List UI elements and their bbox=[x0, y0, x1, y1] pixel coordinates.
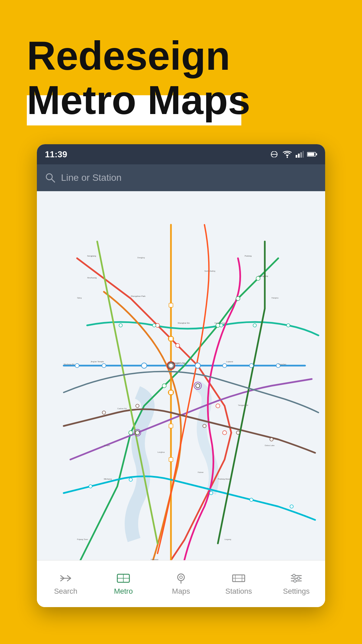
bottom-nav: Search Metro Maps bbox=[37, 560, 325, 607]
svg-text:Longhua: Longhua bbox=[158, 451, 165, 453]
svg-point-100 bbox=[293, 574, 295, 577]
svg-text:Hangtou: Hangtou bbox=[272, 297, 279, 299]
svg-point-32 bbox=[162, 384, 166, 388]
svg-point-20 bbox=[223, 364, 227, 368]
svg-point-66 bbox=[290, 505, 293, 508]
svg-text:Xinqiao: Xinqiao bbox=[104, 444, 110, 446]
svg-point-91 bbox=[180, 576, 182, 579]
svg-point-54 bbox=[220, 324, 223, 327]
svg-point-62 bbox=[89, 485, 92, 488]
svg-text:Minhang: Minhang bbox=[104, 478, 112, 480]
svg-point-52 bbox=[119, 324, 122, 327]
svg-rect-85 bbox=[169, 458, 173, 462]
svg-text:Pujiang Town: Pujiang Town bbox=[77, 538, 88, 540]
svg-text:Pudong Airport: Pudong Airport bbox=[218, 478, 231, 480]
status-bar: 11:39 bbox=[37, 144, 325, 164]
svg-point-55 bbox=[253, 324, 256, 327]
status-icons bbox=[269, 151, 317, 158]
svg-text:Huinan: Huinan bbox=[198, 471, 203, 473]
phone-mockup: 11:39 bbox=[37, 144, 325, 607]
svg-rect-5 bbox=[298, 154, 300, 158]
svg-point-19 bbox=[102, 364, 106, 368]
svg-rect-86 bbox=[169, 303, 173, 307]
nav-item-maps[interactable]: Maps bbox=[152, 572, 210, 596]
svg-text:Caobao Rd: Caobao Rd bbox=[117, 408, 127, 410]
svg-point-16 bbox=[141, 363, 147, 368]
search-placeholder: Line or Station bbox=[61, 172, 122, 183]
svg-text:Century Ave: Century Ave bbox=[215, 322, 226, 324]
svg-text:Jing'an Temple: Jing'an Temple bbox=[90, 361, 104, 363]
svg-text:Dongjing: Dongjing bbox=[137, 257, 145, 259]
wifi-icon bbox=[282, 151, 292, 158]
stations-nav-icon bbox=[231, 572, 246, 584]
header-section: Redeseign Metro Maps bbox=[27, 34, 335, 122]
search-bar[interactable]: Line or Station bbox=[37, 164, 325, 191]
svg-rect-6 bbox=[300, 152, 302, 158]
svg-text:Pudong: Pudong bbox=[245, 255, 252, 257]
svg-point-60 bbox=[236, 431, 240, 434]
svg-text:Lujiazui: Lujiazui bbox=[226, 361, 233, 363]
svg-point-24 bbox=[176, 343, 180, 347]
svg-rect-84 bbox=[169, 424, 173, 428]
svg-text:North Jiading: North Jiading bbox=[204, 270, 215, 272]
settings-nav-icon bbox=[290, 572, 303, 584]
svg-rect-82 bbox=[169, 390, 173, 394]
svg-point-65 bbox=[250, 498, 253, 501]
nav-item-search[interactable]: Search bbox=[37, 572, 95, 596]
svg-text:Dishui Lake: Dishui Lake bbox=[265, 444, 275, 446]
svg-point-57 bbox=[102, 411, 106, 414]
svg-text:Songjiang: Songjiang bbox=[87, 255, 96, 257]
svg-point-23 bbox=[75, 364, 79, 368]
svg-text:Shanghai Stn: Shanghai Stn bbox=[178, 322, 190, 324]
svg-point-63 bbox=[129, 478, 132, 481]
svg-point-39 bbox=[135, 431, 139, 435]
svg-rect-7 bbox=[303, 151, 304, 158]
svg-point-3 bbox=[287, 157, 288, 158]
svg-text:Wuzhong Rd: Wuzhong Rd bbox=[64, 363, 74, 365]
nav-stations-label: Stations bbox=[225, 587, 252, 596]
svg-point-102 bbox=[294, 580, 296, 582]
svg-point-53 bbox=[153, 324, 156, 327]
nav-search-label: Search bbox=[54, 587, 77, 596]
svg-point-64 bbox=[209, 491, 213, 495]
status-time: 11:39 bbox=[45, 149, 67, 160]
metro-nav-icon bbox=[116, 572, 131, 584]
svg-text:Tangzhen: Tangzhen bbox=[278, 363, 286, 365]
svg-point-30 bbox=[236, 297, 240, 301]
svg-point-25 bbox=[156, 323, 160, 327]
maps-nav-icon bbox=[175, 572, 187, 584]
signal-icon bbox=[296, 151, 304, 158]
svg-point-15 bbox=[195, 363, 200, 368]
svg-line-12 bbox=[52, 179, 55, 182]
header-title: Redeseign Metro Maps bbox=[27, 33, 250, 122]
svg-rect-4 bbox=[296, 155, 297, 158]
battery-icon bbox=[307, 152, 317, 157]
svg-text:Zhangjiang: Zhangjiang bbox=[258, 275, 268, 277]
svg-rect-9 bbox=[308, 153, 314, 156]
svg-point-59 bbox=[203, 424, 206, 428]
svg-point-56 bbox=[287, 324, 290, 327]
map-area[interactable]: People's Sq Jing'an Temple Lujiazui Zhan… bbox=[37, 191, 325, 580]
search-icon bbox=[45, 172, 56, 183]
nav-item-settings[interactable]: Settings bbox=[267, 572, 325, 596]
metro-map-container: People's Sq Jing'an Temple Lujiazui Zhan… bbox=[37, 191, 325, 580]
do-not-disturb-icon bbox=[269, 151, 279, 157]
svg-point-101 bbox=[297, 577, 300, 580]
nav-settings-label: Settings bbox=[283, 587, 310, 596]
svg-rect-10 bbox=[316, 153, 317, 155]
svg-point-28 bbox=[223, 431, 227, 435]
svg-point-61 bbox=[270, 438, 273, 441]
nav-maps-label: Maps bbox=[172, 587, 190, 596]
svg-text:Zhongshan Park: Zhongshan Park bbox=[131, 295, 146, 297]
nav-item-metro[interactable]: Metro bbox=[95, 572, 152, 596]
nav-metro-label: Metro bbox=[114, 587, 133, 596]
svg-point-33 bbox=[129, 431, 133, 435]
svg-text:Sijing: Sijing bbox=[77, 297, 81, 299]
svg-text:Yanggao Rd: Yanggao Rd bbox=[238, 404, 248, 406]
svg-point-27 bbox=[216, 404, 220, 408]
svg-text:People's Sq: People's Sq bbox=[173, 362, 185, 365]
svg-point-21 bbox=[249, 364, 253, 368]
nav-item-stations[interactable]: Stations bbox=[210, 572, 267, 596]
svg-rect-83 bbox=[169, 337, 173, 341]
svg-point-37 bbox=[196, 384, 200, 388]
